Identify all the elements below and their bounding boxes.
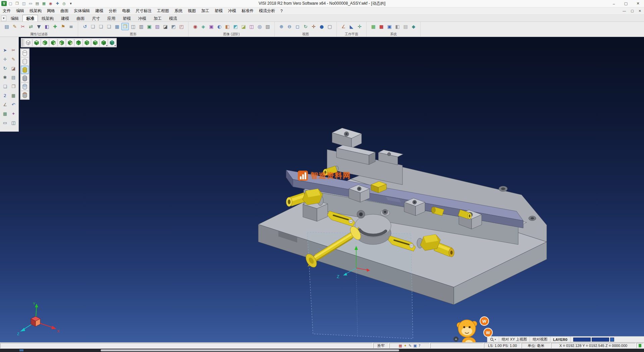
regen-icon[interactable]: ↺ [81, 23, 89, 30]
view-iso-white-icon[interactable] [24, 39, 32, 47]
solid-view2-icon[interactable]: ❏ [97, 23, 105, 30]
mdi-minimize-button[interactable]: — [623, 9, 626, 13]
ribbon-tab[interactable]: 尺寸 [88, 15, 104, 21]
workplane-align-icon[interactable]: ◣ [348, 23, 355, 30]
notebook-icon[interactable]: ▤ [9, 73, 17, 82]
layers-icon[interactable]: ▤ [34, 1, 40, 6]
menu-item[interactable]: 分析 [106, 7, 119, 14]
ghost-icon[interactable]: ◩ [170, 23, 177, 30]
material-icon[interactable]: ◈ [200, 23, 207, 30]
help-mode-icon[interactable]: ? [419, 344, 421, 348]
zoom-window-icon[interactable]: ◻ [294, 23, 301, 30]
system-grid-icon[interactable]: ▦ [370, 23, 377, 30]
mdi-close-button[interactable]: ✕ [639, 9, 641, 13]
sketch-icon[interactable]: ✎ [9, 55, 17, 63]
cut-filter-icon[interactable]: ✂ [19, 23, 26, 30]
view-front-icon[interactable] [41, 39, 49, 47]
measure-icon[interactable]: ∠ [1, 100, 9, 109]
ribbon-tab[interactable]: 曲面 [73, 15, 88, 21]
menu-item[interactable]: 尺寸标注 [133, 7, 154, 14]
properties-icon[interactable]: ▤ [3, 23, 10, 30]
wireframe-mode-icon[interactable]: ◫ [129, 23, 137, 30]
units-indicator[interactable]: 单位: 毫米 [522, 343, 550, 348]
close-button[interactable]: ✕ [632, 0, 644, 7]
maximize-button[interactable]: ▢ [620, 0, 632, 7]
system-list-icon[interactable]: ▤ [402, 23, 409, 30]
shade-section-icon[interactable] [21, 91, 29, 99]
cylinder-icon[interactable]: ❏ [1, 82, 9, 91]
toolbar-grip[interactable] [21, 39, 23, 46]
ribbon-tab[interactable]: 塑模 [119, 15, 135, 21]
erase-icon[interactable]: ◪ [9, 64, 17, 73]
minimize-button[interactable]: – [608, 0, 620, 7]
section-icon[interactable]: ◰ [178, 23, 185, 30]
clip-corner-icon[interactable]: ◪ [240, 23, 247, 30]
color-swatch[interactable] [592, 338, 609, 342]
view-left-icon[interactable] [66, 39, 74, 47]
ribbon-tab[interactable]: 建模 [57, 15, 73, 21]
lock-toggle[interactable]: 拴牢 [373, 343, 389, 348]
ribbon-tab[interactable]: 模流 [165, 15, 181, 21]
menu-item[interactable]: 电极 [119, 7, 133, 14]
settings-icon[interactable]: ✱ [1, 73, 9, 82]
filter-dropdown-icon[interactable]: ▼ [35, 23, 43, 30]
new-file-icon[interactable]: ▢ [7, 1, 13, 6]
system-mask-icon[interactable]: ◧ [394, 23, 401, 30]
view-dynamic-icon[interactable]: ▾ [108, 39, 116, 47]
swap-filter-icon[interactable]: ⇄ [27, 23, 35, 30]
shade-transparent-icon[interactable] [21, 83, 29, 91]
layer-mode-icon[interactable]: ▣ [413, 344, 417, 348]
ribbon-tab[interactable]: 标准 [22, 15, 38, 21]
rotate-view-icon[interactable]: ↻ [302, 23, 309, 30]
ribbon-tab[interactable]: 应用 [104, 15, 119, 21]
layers-stack-icon[interactable]: ▦ [9, 91, 17, 100]
menu-item[interactable]: 系统 [172, 7, 185, 14]
grid-icon[interactable]: ▦ [41, 1, 47, 6]
save-icon[interactable]: ◫ [21, 1, 27, 6]
menu-item[interactable]: 建模 [93, 7, 106, 14]
pan-view-icon[interactable]: ✛ [310, 23, 317, 30]
workplane-origin-icon[interactable]: ✛ [356, 23, 363, 30]
menu-item[interactable]: 网格 [44, 7, 58, 14]
edit-mode-icon[interactable]: ✎ [409, 344, 412, 348]
render-icon[interactable]: ▣ [146, 23, 153, 30]
shade-hidden-line-icon[interactable] [21, 57, 29, 65]
menu-item[interactable]: 曲面 [58, 7, 71, 14]
active-layer-status[interactable]: LAYER0 [550, 337, 570, 342]
view-right-icon[interactable] [49, 39, 57, 47]
solid-view3-icon[interactable]: ❏ [105, 23, 113, 30]
ribbon-tab[interactable]: 加工 [150, 15, 165, 21]
workplane-angle-icon[interactable]: ∠ [340, 23, 347, 30]
plot-icon[interactable]: ▭ [1, 118, 9, 127]
clip-left-icon[interactable]: ◧ [224, 23, 231, 30]
tabbar-dropdown-icon[interactable]: ▼ [1, 15, 6, 21]
flag-filter-icon[interactable]: ⚑ [59, 23, 67, 30]
view-iso1-icon[interactable] [83, 39, 91, 47]
menu-item[interactable]: 文件 [0, 7, 13, 14]
edit-attributes-icon[interactable]: ✎ [11, 23, 18, 30]
menu-item[interactable]: 标准件 [239, 7, 256, 14]
view-reference-status[interactable]: 绝对视图 [530, 337, 550, 342]
color-swatch[interactable] [573, 338, 591, 342]
flash-icon[interactable]: ✦ [404, 344, 407, 348]
trim-icon[interactable]: ✂ [9, 46, 17, 54]
menu-item[interactable]: 实体编辑 [71, 7, 93, 14]
system-gem-icon[interactable]: ◆ [410, 23, 417, 30]
halfshade-icon[interactable]: ◐ [216, 23, 223, 30]
open-file-icon[interactable]: ❐ [14, 1, 20, 6]
select-icon[interactable]: ➤ [1, 46, 9, 54]
hidden-line-icon[interactable]: ▥ [138, 23, 145, 30]
advanced-render-icon[interactable]: ◉ [192, 23, 199, 30]
menu-item[interactable]: 冲模 [225, 7, 239, 14]
shade-edges-icon[interactable] [21, 74, 29, 82]
shade-wireframe-icon[interactable] [21, 49, 29, 57]
ribbon-tab[interactable]: 编辑 [7, 15, 22, 21]
target-icon[interactable]: ◎ [256, 23, 263, 30]
undo-icon[interactable]: ↶ [9, 100, 17, 109]
print-icon[interactable]: ▭ [28, 1, 34, 6]
zoom-in-icon[interactable]: ⊕ [278, 23, 285, 30]
solid-view-icon[interactable]: ❏ [89, 23, 97, 30]
view-orientation-status[interactable]: 绝对 XY 上视图 [499, 337, 530, 342]
move-icon[interactable]: ✛ [1, 55, 9, 63]
globe-icon[interactable]: ◎ [61, 1, 67, 6]
